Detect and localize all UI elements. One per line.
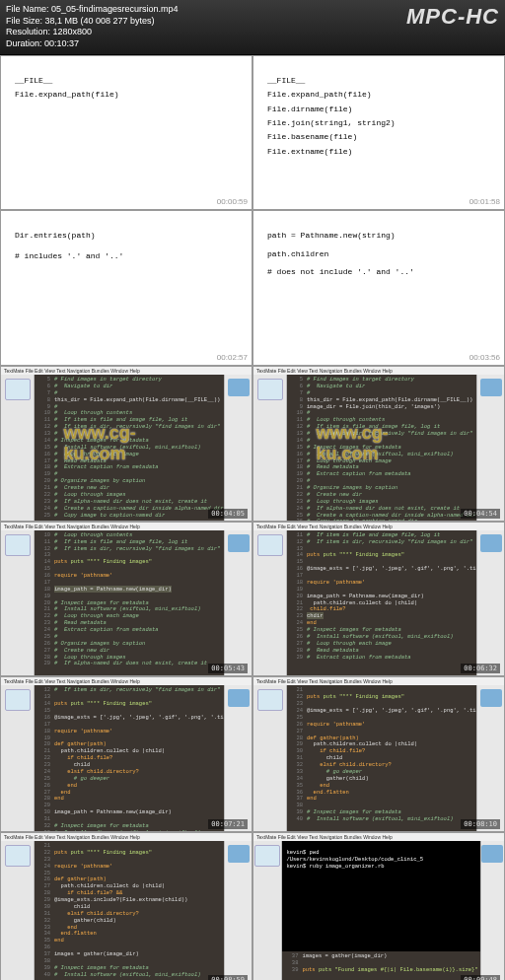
menubar: TextMate File Edit View Text Navigation …	[1, 833, 252, 841]
timestamp: 00:08:59	[208, 975, 248, 980]
file-panel	[253, 841, 282, 980]
menubar: TextMate File Edit View Text Navigation …	[1, 523, 252, 530]
thumb-5[interactable]: TextMate File Edit View Text Navigation …	[0, 366, 252, 522]
folder-icon	[228, 534, 250, 552]
thumbnail-grid: __FILE__ File.expand_path(file) 00:00:59…	[0, 55, 505, 980]
file-icon	[5, 689, 31, 711]
thumb-3[interactable]: Dir.entries(path) # includes '.' and '..…	[0, 210, 252, 366]
code-line: File.expand_path(file)	[15, 88, 238, 102]
menubar: TextMate File Edit View Text Navigation …	[253, 833, 504, 841]
thumb-11[interactable]: TextMate File Edit View Text Navigation …	[0, 832, 252, 980]
file-panel	[1, 530, 35, 676]
folder-icon	[228, 689, 250, 707]
folder-icon	[228, 845, 250, 863]
timestamp: 00:05:43	[208, 664, 248, 673]
file-panel	[253, 375, 287, 521]
file-icon	[257, 379, 283, 400]
code-area: 11# If item is file and image file, log …	[287, 530, 476, 676]
code-line: File.dirname(file)	[267, 103, 490, 116]
thumb-2[interactable]: __FILE__ File.expand_path(file) File.dir…	[252, 55, 505, 211]
code-line: path = Pathname.new(string)	[267, 229, 490, 243]
dock	[476, 685, 504, 831]
code-area: 21 22puts puts "*** Finding images" 23 2…	[35, 841, 224, 980]
menubar: TextMate File Edit View Text Navigation …	[1, 367, 252, 375]
thumb-1[interactable]: __FILE__ File.expand_path(file) 00:00:59	[0, 55, 252, 211]
code-area: 37images = gather(image_dir) 38 39puts p…	[282, 951, 479, 980]
code-area: 12# If item is dir, recursively "find im…	[35, 685, 224, 831]
code-line: __FILE__	[15, 74, 238, 88]
thumb-9[interactable]: TextMate File Edit View Text Navigation …	[0, 676, 252, 832]
dock	[480, 841, 504, 980]
file-panel	[1, 685, 35, 831]
duration-label: Duration: 00:10:37	[6, 38, 179, 50]
dock	[224, 685, 252, 831]
timestamp: 00:04:05	[208, 509, 248, 519]
file-info: File Name: 05_05-findimagesrecursion.mp4…	[6, 4, 179, 50]
timestamp: 00:03:56	[469, 353, 500, 362]
folder-icon	[480, 534, 502, 552]
code-line: # does not include '.' and '..'	[267, 265, 490, 279]
dock	[224, 841, 252, 980]
filename-label: File Name: 05_05-findimagesrecursion.mp4	[6, 4, 179, 16]
timestamp: 00:01:58	[469, 197, 500, 206]
menubar: TextMate File Edit View Text Navigation …	[1, 677, 252, 685]
code-line: File.expand_path(file)	[267, 88, 490, 102]
timestamp: 00:04:54	[461, 509, 500, 519]
file-icon	[254, 845, 280, 867]
folder-icon	[228, 379, 250, 396]
folder-icon	[480, 379, 502, 396]
code-area: 5# Find images in target directory 6# Na…	[287, 375, 476, 521]
dock	[224, 530, 252, 676]
timestamp: 00:02:57	[217, 353, 248, 362]
file-panel	[1, 375, 35, 521]
resolution-label: Resolution: 1280x800	[6, 27, 179, 38]
code-line: File.join(string1, string2)	[267, 116, 490, 130]
timestamp: 00:00:59	[217, 197, 248, 206]
thumb-6[interactable]: TextMate File Edit View Text Navigation …	[252, 366, 505, 522]
file-icon	[5, 534, 31, 556]
menubar: TextMate File Edit View Text Navigation …	[253, 523, 504, 530]
terminal: kevin$ pwd /Users/kevinskoglund/Desktop/…	[282, 841, 479, 951]
thumb-8[interactable]: TextMate File Edit View Text Navigation …	[252, 522, 505, 677]
folder-icon	[480, 689, 502, 707]
timestamp: 00:09:48	[461, 975, 500, 980]
timestamp: 00:08:10	[461, 819, 500, 829]
thumb-7[interactable]: TextMate File Edit View Text Navigation …	[0, 522, 252, 677]
code-line: File.extname(file)	[267, 145, 490, 159]
file-icon	[257, 689, 283, 711]
dock	[476, 530, 504, 676]
code-area: 21 22puts puts "*** Finding images" 23 2…	[287, 685, 476, 831]
thumb-12[interactable]: TextMate File Edit View Text Navigation …	[252, 832, 505, 980]
timestamp: 00:06:32	[461, 664, 500, 673]
file-icon	[5, 379, 31, 400]
menubar: TextMate File Edit View Text Navigation …	[253, 367, 504, 375]
file-icon	[257, 534, 283, 556]
dock	[224, 375, 252, 521]
app-name: MPC-HC	[406, 4, 499, 50]
thumb-10[interactable]: TextMate File Edit View Text Navigation …	[252, 676, 505, 832]
code-line: __FILE__	[267, 74, 490, 88]
dock	[476, 375, 504, 521]
code-line: File.basename(file)	[267, 130, 490, 144]
code-line: Dir.entries(path)	[15, 229, 238, 243]
timestamp: 00:07:21	[208, 819, 248, 829]
folder-icon	[481, 845, 503, 863]
file-panel	[253, 685, 287, 831]
filesize-label: File Size: 38,1 MB (40 008 277 bytes)	[6, 16, 179, 28]
file-panel	[253, 530, 287, 676]
menubar: TextMate File Edit View Text Navigation …	[253, 677, 504, 685]
file-icon	[5, 845, 31, 867]
thumb-4[interactable]: path = Pathname.new(string) path.childre…	[252, 210, 505, 366]
code-line: # includes '.' and '..'	[15, 249, 238, 263]
file-panel	[1, 841, 35, 980]
video-header: File Name: 05_05-findimagesrecursion.mp4…	[0, 0, 505, 55]
code-line: path.children	[267, 247, 490, 261]
code-area: 5# Find images in target directory 6# Na…	[35, 375, 224, 521]
code-area: 10# Loop through contents 11# If item is…	[35, 530, 224, 676]
